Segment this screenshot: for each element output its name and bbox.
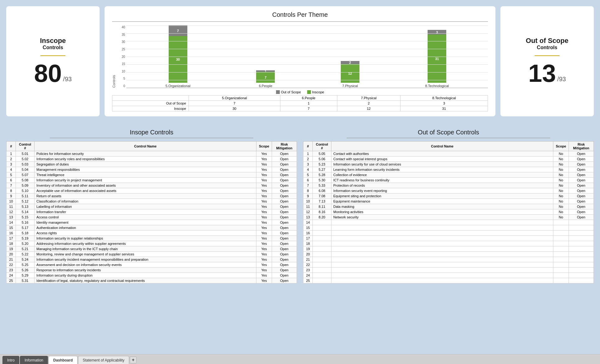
table-row: 45.27Learning form information security … — [303, 167, 594, 172]
table-row: 15.01Policies for information securityYe… — [7, 151, 297, 156]
table-row: 245.29Information security during disrup… — [7, 273, 297, 278]
bar-green-tech: 31 — [428, 35, 446, 83]
table-row: 175.19Information security in supplier r… — [7, 236, 297, 241]
table-row: 135.15Access controlYesOpen — [7, 215, 297, 220]
bar-label-org: 5.Organizational — [166, 84, 190, 88]
table-row: 125.14Information transferYesOpen — [7, 209, 297, 215]
outofscope-title: Out of Scope — [526, 37, 569, 45]
table-row: 205.22Monitoring, review and change mana… — [7, 252, 297, 257]
chart-table-val: 30 — [189, 106, 280, 111]
outofscope-section-divider — [347, 138, 550, 138]
table-row: 128.16Monitoring activitiesNoOpen — [303, 209, 594, 215]
legend-out-of-scope: Out of Scope — [276, 90, 301, 94]
chart-title-divider — [112, 21, 488, 22]
inscope-th-num: # — [7, 142, 16, 151]
table-row: 138.20Network securityNoOpen — [303, 215, 594, 220]
bar-groups: 30 7 5.Organizational 7 1 — [126, 26, 488, 88]
table-row: 21 — [303, 257, 594, 262]
table-row: 15 — [303, 225, 594, 231]
table-row: 23 — [303, 268, 594, 273]
inscope-th-control: Control # — [16, 142, 35, 151]
table-row: 165.18Access rightsYesOpen — [7, 231, 297, 236]
tab-dashboard[interactable]: Dashboard — [49, 356, 77, 364]
table-row: 235.26Response to information security i… — [7, 268, 297, 273]
inscope-table-section: # Control # Control Name Scope Risk Miti… — [6, 141, 297, 283]
main-content: Inscope Controls 80 /93 Controls Per The… — [0, 0, 600, 287]
table-row: 195.21Managing information security in t… — [7, 246, 297, 252]
chart-table-cell: 7.Physical — [337, 96, 400, 101]
outofscope-number: 13 — [528, 61, 556, 86]
inscope-th-risk: Risk Mitigation — [272, 142, 297, 151]
table-row: 97.08Equipment siting and protectionNoOp… — [303, 194, 594, 199]
inscope-th-scope: Scope — [256, 142, 272, 151]
chart-legend: Out of Scope Inscope — [112, 90, 488, 94]
bar-group-org: 30 7 5.Organizational — [166, 25, 190, 88]
bar-label-physical: 7.Physical — [342, 84, 358, 88]
tab-intro[interactable]: Intro — [2, 356, 19, 364]
table-row: 225.25Assessment and decision on informa… — [7, 262, 297, 268]
tables-section: # Control # Control Name Scope Risk Miti… — [3, 141, 597, 283]
chart-table-label: Inscope — [112, 106, 189, 111]
dashboard-top: Inscope Controls 80 /93 Controls Per The… — [3, 3, 597, 119]
inscope-section-divider — [50, 138, 253, 138]
table-row: 20 — [303, 252, 594, 257]
chart-table-cell: 6.People — [280, 96, 337, 101]
chart-table-cell — [112, 96, 189, 101]
table-row: 55.07Threat intelligenceYesOpen — [7, 172, 297, 178]
outofscope-th-scope: Scope — [553, 142, 569, 151]
table-row: 118.11Data maskingNoOpen — [303, 204, 594, 209]
bar-gray-tech: 3 — [428, 30, 446, 35]
chart-table-cell: 5.Organizational — [189, 96, 280, 101]
inscope-number: 80 — [34, 61, 62, 86]
outofscope-divider — [535, 55, 560, 56]
table-row: 65.30ICT readiness for business continui… — [303, 178, 594, 183]
tab-statement[interactable]: Statement of Applicability — [78, 356, 129, 364]
y-axis-labels: 40 35 30 25 20 15 10 5 0 — [117, 26, 126, 88]
bar-gray-physical: 2 — [341, 61, 359, 64]
table-row: 17 — [303, 236, 594, 241]
table-row: 155.17Authentication informationYesOpen — [7, 225, 297, 231]
bar-group-tech: 31 3 8.Technological — [425, 30, 449, 88]
tab-information[interactable]: Information — [20, 356, 48, 364]
chart-title: Controls Per Theme — [112, 11, 488, 18]
bar-green-org: 30 — [169, 36, 187, 83]
table-row: 14 — [303, 220, 594, 225]
chart-table-label: Out of Scope — [112, 101, 189, 106]
bar-label-tech: 8.Technological — [425, 84, 449, 88]
tab-add-button[interactable]: + — [130, 357, 137, 363]
table-row: 75.09Inventory of information and other … — [7, 183, 297, 188]
legend-inscope: Inscope — [307, 90, 324, 94]
table-row: 255.31Identification of legal, statutory… — [7, 278, 297, 283]
table-row: 86.08Information security event reportin… — [303, 188, 594, 194]
table-row: 65.08Information security in project man… — [7, 178, 297, 183]
table-row: 45.04Management responsibilitiesYesOpen — [7, 167, 297, 172]
bar-chart-container: Controls 40 35 30 25 20 15 — [112, 26, 488, 111]
chart-table-val: 12 — [337, 106, 400, 111]
outofscope-th-control: Control # — [313, 142, 331, 151]
table-row: 25 — [303, 278, 594, 283]
table-row: 35.03Segregation of dutiesYesOpen — [7, 162, 297, 167]
table-row: 145.16Identity managementYesOpen — [7, 220, 297, 225]
bar-green-physical: 12 — [341, 64, 359, 83]
inscope-data-table: # Control # Control Name Scope Risk Miti… — [6, 141, 297, 283]
bar-stack-org: 30 7 — [169, 25, 187, 83]
table-row: 22 — [303, 262, 594, 268]
table-row: 215.24Information security incident mana… — [7, 257, 297, 262]
inscope-denom: /93 — [63, 76, 72, 83]
table-row: 185.20Addressing information security wi… — [7, 241, 297, 246]
outofscope-th-num: # — [303, 142, 313, 151]
table-row: 55.28Collection of evidenceNoOpen — [303, 172, 594, 178]
table-row: 24 — [303, 273, 594, 278]
outofscope-data-table: # Control # Control Name Scope Risk Miti… — [303, 141, 594, 283]
outofscope-section-header: Out of Scope Controls — [303, 126, 594, 141]
chart-card: Controls Per Theme Controls 40 35 30 — [105, 6, 495, 116]
inscope-number-row: 80 /93 — [34, 61, 72, 86]
section-titles-row: Insope Controls Out of Scope Controls — [3, 126, 597, 141]
inscope-section-title: Insope Controls — [6, 129, 297, 136]
inscope-title: Inscope — [40, 37, 66, 45]
table-row: 16 — [303, 231, 594, 236]
chart-table-val: 3 — [400, 101, 488, 106]
chart-table-val: 7 — [189, 101, 280, 106]
table-row: 85.10Acceptable use of information and a… — [7, 188, 297, 194]
legend-gray-box — [276, 90, 280, 94]
